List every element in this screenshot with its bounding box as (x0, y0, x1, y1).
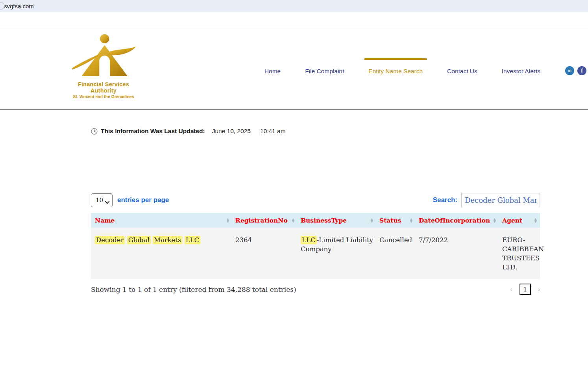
column-header-status[interactable]: Status ▲▼ (376, 213, 416, 228)
table-header-row: Name ▲▼ RegistrationNo ▲▼ BusinessType ▲… (91, 213, 540, 228)
column-header-agent[interactable]: Agent ▲▼ (499, 213, 540, 228)
facebook-icon[interactable]: f (577, 66, 586, 75)
column-header-businesstype[interactable]: BusinessType ▲▼ (298, 213, 376, 228)
table-footer: Showing 1 to 1 of 1 entry (filtered from… (91, 284, 540, 295)
cell-registration-no: 2364 (232, 228, 298, 279)
cell-business-type: LLC-Limited Liability Company (298, 228, 376, 279)
pagination-prev-icon[interactable]: ‹ (510, 286, 512, 293)
site-header: Financial Services Authority St. Vincent… (0, 28, 588, 110)
cell-name: Decoder Global Markets LLC (91, 228, 232, 279)
entries-per-page-label: entries per page (117, 196, 169, 204)
nav-item-investor-alerts[interactable]: Investor Alerts (502, 58, 540, 79)
table-controls: 10 entries per page Search: (91, 193, 540, 207)
entity-table: Name ▲▼ RegistrationNo ▲▼ BusinessType ▲… (91, 213, 540, 279)
fsa-logo[interactable]: Financial Services Authority St. Vincent… (64, 33, 143, 99)
cell-date-of-incorporation: 7/7/2022 (416, 228, 499, 279)
chevron-down-icon (105, 199, 109, 206)
pagination-next-icon[interactable]: › (538, 286, 540, 293)
pagination-page-1-button[interactable]: 1 (520, 284, 531, 295)
logo-title: Financial Services Authority (64, 81, 143, 94)
sort-icon[interactable]: ▲▼ (371, 218, 373, 223)
browser-url-bar: svgfsa.com (0, 0, 588, 12)
column-header-registrationno[interactable]: RegistrationNo ▲▼ (232, 213, 298, 228)
clock-icon (91, 128, 98, 135)
url-text[interactable]: svgfsa.com (4, 3, 34, 9)
main-nav: Home File Complaint Entity Name Search C… (252, 58, 588, 79)
search-input[interactable] (461, 193, 540, 207)
last-updated-bar: This Information Was Last Updated: June … (91, 128, 540, 135)
last-updated-label: This Information Was Last Updated: (101, 128, 205, 135)
pagination: ‹ 1 › (510, 284, 540, 295)
sort-icon[interactable]: ▲▼ (292, 218, 294, 223)
page-size-value: 10 (96, 197, 103, 204)
showing-entries-text: Showing 1 to 1 of 1 entry (filtered from… (91, 286, 296, 293)
sort-icon[interactable]: ▲▼ (534, 218, 537, 223)
nav-item-contact-us[interactable]: Contact Us (447, 58, 477, 79)
column-header-name[interactable]: Name ▲▼ (91, 213, 232, 228)
nav-item-home[interactable]: Home (264, 58, 281, 79)
sort-icon[interactable]: ▲▼ (494, 218, 496, 223)
logo-subtitle: St. Vincent and the Grenadines (64, 94, 143, 99)
cell-status: Cancelled (376, 228, 416, 279)
last-updated-time: 10:41 am (260, 128, 286, 135)
last-updated-date: June 10, 2025 (212, 128, 251, 135)
main-content: This Information Was Last Updated: June … (0, 128, 588, 295)
column-header-dateofincorporation[interactable]: DateOfIncorporation ▲▼ (416, 213, 499, 228)
nav-item-entity-name-search[interactable]: Entity Name Search (364, 58, 427, 79)
linkedin-icon[interactable]: in (565, 66, 574, 75)
social-links: in f (565, 66, 586, 75)
page-size-select[interactable]: 10 (91, 193, 113, 207)
table-row: Decoder Global Markets LLC 2364 LLC-Limi… (91, 228, 540, 279)
fsa-logo-figure (68, 33, 139, 80)
search-label: Search: (433, 196, 457, 204)
sort-icon[interactable]: ▲▼ (227, 218, 229, 223)
header-top-divider (0, 12, 588, 28)
cell-agent: EURO-CARIBBEAN TRUSTEES LTD. (499, 228, 540, 279)
nav-item-file-complaint[interactable]: File Complaint (305, 58, 344, 79)
sort-icon[interactable]: ▲▼ (410, 218, 412, 223)
